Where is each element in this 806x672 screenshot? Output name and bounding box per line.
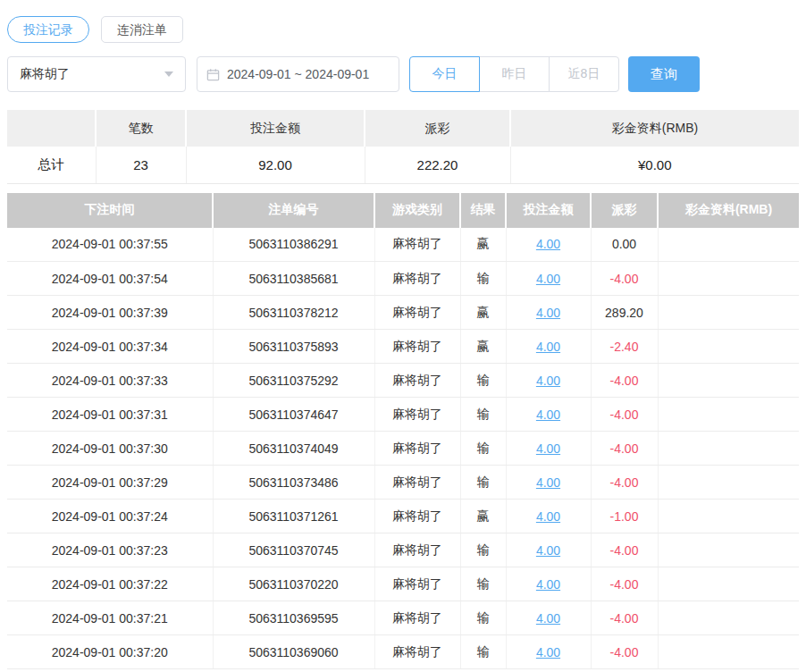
- order-id-cell: 5063110385681: [213, 262, 374, 296]
- bet-amount-link[interactable]: 4.00: [536, 475, 560, 490]
- payout-cell: -4.00: [591, 398, 658, 432]
- date-range-input[interactable]: 2024-09-01 ~ 2024-09-01: [197, 56, 399, 92]
- quick-filter-last8days[interactable]: 近8日: [549, 56, 619, 92]
- bonus-cell: [658, 262, 799, 296]
- result-cell: 赢: [460, 330, 506, 364]
- summary-total-label: 总计: [7, 147, 96, 183]
- bet-time-cell: 2024-09-01 00:37:20: [7, 635, 213, 669]
- bet-amount-cell: 4.00: [506, 635, 591, 669]
- result-cell: 输: [460, 262, 506, 296]
- bet-amount-link[interactable]: 4.00: [536, 272, 560, 286]
- summary-header-row: 笔数 投注金额 派彩 彩金资料(RMB): [7, 110, 799, 147]
- summary-header-bet-amount: 投注金额: [186, 110, 365, 147]
- tab-cancelled-orders[interactable]: 连消注单: [101, 16, 183, 43]
- bet-amount-link[interactable]: 4.00: [536, 441, 560, 456]
- bet-amount-cell: 4.00: [506, 466, 591, 500]
- bet-time-cell: 2024-09-01 00:37:24: [7, 500, 213, 533]
- game-type-cell: 麻将胡了: [374, 466, 460, 500]
- quick-date-buttons: 今日 昨日 近8日: [409, 56, 619, 92]
- table-row: 2024-09-01 00:37:295063110373486麻将胡了输4.0…: [7, 466, 799, 500]
- bet-amount-link[interactable]: 4.00: [536, 407, 560, 422]
- table-row: 2024-09-01 00:37:315063110374647麻将胡了输4.0…: [7, 398, 799, 432]
- records-header-result: 结果: [460, 193, 506, 228]
- bet-time-cell: 2024-09-01 00:37:29: [7, 466, 213, 500]
- order-id-cell: 5063110369060: [213, 635, 374, 669]
- bet-time-cell: 2024-09-01 00:37:55: [7, 228, 213, 262]
- table-row: 2024-09-01 00:37:215063110369595麻将胡了输4.0…: [7, 601, 799, 635]
- payout-cell: -4.00: [591, 635, 658, 669]
- payout-cell: -4.00: [591, 533, 658, 567]
- summary-header-count: 笔数: [96, 110, 186, 147]
- bet-amount-link[interactable]: 4.00: [536, 340, 560, 354]
- bet-time-cell: 2024-09-01 00:37:33: [7, 364, 213, 398]
- records-header-payout: 派彩: [591, 193, 658, 228]
- summary-header-payout: 派彩: [365, 110, 510, 147]
- bet-amount-cell: 4.00: [506, 364, 591, 398]
- payout-cell: -1.00: [591, 500, 658, 533]
- payout-cell: -4.00: [591, 432, 658, 466]
- table-row: 2024-09-01 00:37:545063110385681麻将胡了输4.0…: [7, 262, 799, 296]
- bet-amount-link[interactable]: 4.00: [536, 509, 560, 524]
- bet-amount-cell: 4.00: [506, 601, 591, 635]
- bonus-cell: [658, 330, 799, 364]
- order-id-cell: 5063110374647: [213, 398, 374, 432]
- table-row: 2024-09-01 00:37:245063110371261麻将胡了赢4.0…: [7, 500, 799, 533]
- bet-amount-cell: 4.00: [506, 228, 591, 262]
- bet-amount-link[interactable]: 4.00: [536, 374, 560, 388]
- game-type-cell: 麻将胡了: [374, 533, 460, 567]
- summary-total-payout: 222.20: [365, 147, 510, 183]
- bet-time-cell: 2024-09-01 00:37:21: [7, 601, 213, 635]
- result-cell: 赢: [460, 500, 506, 533]
- payout-cell: -4.00: [591, 567, 658, 601]
- bet-amount-cell: 4.00: [506, 330, 591, 364]
- game-type-cell: 麻将胡了: [374, 500, 460, 533]
- bet-amount-cell: 4.00: [506, 398, 591, 432]
- bet-amount-link[interactable]: 4.00: [536, 645, 560, 659]
- summary-header-empty: [7, 110, 96, 147]
- bet-amount-link[interactable]: 4.00: [536, 237, 560, 251]
- bet-time-cell: 2024-09-01 00:37:22: [7, 567, 213, 601]
- bonus-cell: [658, 364, 799, 398]
- order-id-cell: 5063110386291: [213, 228, 374, 262]
- order-id-cell: 5063110374049: [213, 432, 374, 466]
- game-type-cell: 麻将胡了: [374, 567, 460, 601]
- table-row: 2024-09-01 00:37:225063110370220麻将胡了输4.0…: [7, 567, 799, 601]
- payout-cell: -4.00: [591, 466, 658, 500]
- summary-total-row: 总计 23 92.00 222.20 ¥0.00: [7, 147, 799, 183]
- game-select[interactable]: 麻将胡了: [7, 56, 186, 92]
- records-header-bet-amount: 投注金额: [506, 193, 591, 228]
- bet-amount-cell: 4.00: [506, 432, 591, 466]
- bet-amount-link[interactable]: 4.00: [536, 306, 560, 320]
- bet-amount-link[interactable]: 4.00: [536, 543, 560, 558]
- bonus-cell: [658, 533, 799, 567]
- payout-cell: 0.00: [591, 228, 658, 262]
- betting-records-page: 投注记录 连消注单 麻将胡了 2024-09-01 ~ 2024-09-01 今…: [0, 0, 806, 669]
- bet-amount-cell: 4.00: [506, 262, 591, 296]
- summary-total-bet-amount: 92.00: [186, 147, 365, 183]
- order-id-cell: 5063110369595: [213, 601, 374, 635]
- bet-amount-link[interactable]: 4.00: [536, 577, 560, 592]
- bonus-cell: [658, 500, 799, 533]
- payout-cell: 289.20: [591, 296, 658, 330]
- tab-betting-records[interactable]: 投注记录: [7, 16, 89, 43]
- bet-amount-link[interactable]: 4.00: [536, 611, 560, 626]
- bet-amount-cell: 4.00: [506, 296, 591, 330]
- bet-amount-cell: 4.00: [506, 500, 591, 533]
- quick-filter-yesterday[interactable]: 昨日: [479, 56, 550, 92]
- order-id-cell: 5063110370745: [213, 533, 374, 567]
- records-header-row: 下注时间 注单编号 游戏类别 结果 投注金额 派彩 彩金资料(RMB): [7, 193, 799, 228]
- game-type-cell: 麻将胡了: [374, 262, 460, 296]
- bet-time-cell: 2024-09-01 00:37:34: [7, 330, 213, 364]
- order-id-cell: 5063110375893: [213, 330, 374, 364]
- search-button[interactable]: 查询: [628, 56, 700, 92]
- game-type-cell: 麻将胡了: [374, 228, 460, 262]
- result-cell: 输: [460, 466, 506, 500]
- bonus-cell: [658, 398, 799, 432]
- top-tabs: 投注记录 连消注单: [7, 16, 799, 43]
- game-select-value: 麻将胡了: [20, 66, 70, 82]
- bonus-cell: [658, 601, 799, 635]
- records-header-order-id: 注单编号: [213, 193, 374, 228]
- quick-filter-today[interactable]: 今日: [409, 56, 480, 92]
- bonus-cell: [658, 567, 799, 601]
- game-type-cell: 麻将胡了: [374, 398, 460, 432]
